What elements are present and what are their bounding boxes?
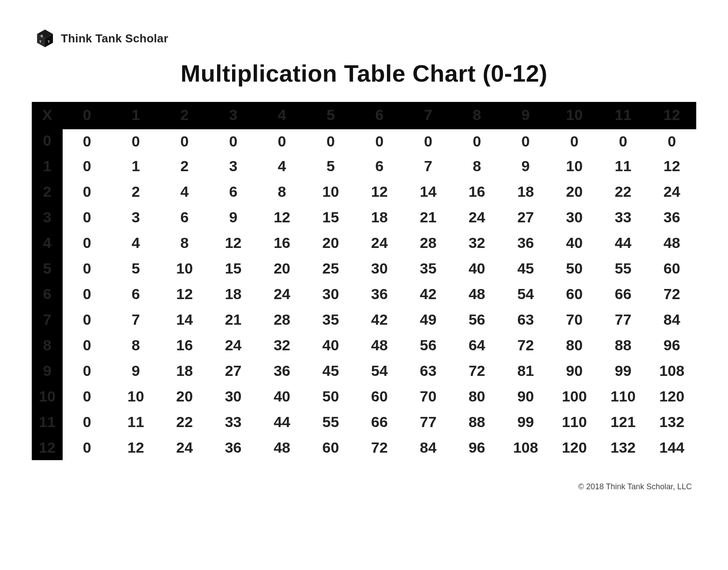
table-cell: 55 (599, 255, 647, 281)
table-cell: 15 (209, 255, 257, 281)
row-header: 6 (32, 281, 63, 307)
table-cell: 0 (63, 128, 111, 153)
row-header: 7 (32, 307, 63, 332)
col-header: 12 (647, 102, 696, 128)
table-cell: 77 (599, 307, 647, 332)
table-cell: 70 (404, 383, 452, 409)
table-cell: 42 (404, 281, 452, 307)
table-cell: 2 (111, 179, 160, 204)
table-cell: 12 (160, 281, 209, 307)
table-cell: 64 (453, 332, 501, 358)
table-cell: 8 (160, 230, 209, 255)
table-cell: 32 (453, 230, 501, 255)
table-cell: 99 (501, 409, 550, 435)
table-cell: 7 (111, 307, 160, 332)
table-cell: 50 (306, 383, 355, 409)
table-cell: 0 (647, 128, 696, 153)
table-cell: 21 (209, 307, 257, 332)
table-cell: 12 (258, 204, 306, 230)
table-cell: 60 (306, 435, 355, 460)
table-cell: 84 (404, 435, 452, 460)
table-cell: 81 (501, 358, 550, 383)
table-cell: 27 (501, 204, 550, 230)
table-cell: 56 (453, 307, 501, 332)
col-header: 10 (550, 102, 599, 128)
row-header: 3 (32, 204, 63, 230)
table-cell: 33 (209, 409, 257, 435)
table-cell: 6 (111, 281, 160, 307)
table-cell: 0 (63, 281, 111, 307)
table-cell: 25 (306, 255, 355, 281)
table-cell: 0 (209, 128, 257, 153)
table-row: 8081624324048566472808896 (32, 332, 696, 358)
corner-cell: X (32, 102, 63, 128)
table-cell: 16 (160, 332, 209, 358)
table-cell: 28 (404, 230, 452, 255)
col-header: 3 (209, 102, 257, 128)
table-cell: 24 (647, 179, 696, 204)
table-cell: 42 (355, 307, 404, 332)
table-cell: 100 (550, 383, 599, 409)
table-cell: 36 (258, 358, 306, 383)
table-cell: 45 (306, 358, 355, 383)
table-cell: 9 (501, 153, 550, 179)
table-header-row: X 0 1 2 3 4 5 6 7 8 9 10 11 12 (32, 102, 696, 128)
table-cell: 70 (550, 307, 599, 332)
table-cell: 72 (453, 358, 501, 383)
table-cell: 20 (160, 383, 209, 409)
col-header: 5 (306, 102, 355, 128)
table-cell: 48 (647, 230, 696, 255)
table-cell: 40 (550, 230, 599, 255)
row-header: 9 (32, 358, 63, 383)
table-cell: 40 (453, 255, 501, 281)
table-cell: 24 (160, 435, 209, 460)
table-cell: 0 (306, 128, 355, 153)
table-cell: 44 (258, 409, 306, 435)
table-cell: 0 (550, 128, 599, 153)
table-cell: 88 (599, 332, 647, 358)
col-header: 11 (599, 102, 647, 128)
table-cell: 3 (209, 153, 257, 179)
table-row: 10123456789101112 (32, 153, 696, 179)
table-cell: 0 (111, 128, 160, 153)
table-cell: 10 (111, 383, 160, 409)
table-cell: 40 (258, 383, 306, 409)
table-cell: 24 (355, 230, 404, 255)
table-cell: 0 (258, 128, 306, 153)
table-cell: 90 (501, 383, 550, 409)
svg-text:S: S (41, 34, 43, 38)
table-cell: 0 (63, 153, 111, 179)
table-cell: 4 (258, 153, 306, 179)
svg-text:T: T (39, 40, 41, 44)
table-cell: 96 (647, 332, 696, 358)
table-cell: 0 (63, 255, 111, 281)
table-cell: 40 (306, 332, 355, 358)
table-cell: 0 (63, 409, 111, 435)
table-cell: 16 (258, 230, 306, 255)
row-header: 0 (32, 128, 63, 153)
table-cell: 110 (599, 383, 647, 409)
table-cell: 84 (647, 307, 696, 332)
table-cell: 108 (647, 358, 696, 383)
table-row: 100102030405060708090100110120 (32, 383, 696, 409)
table-cell: 18 (209, 281, 257, 307)
table-cell: 4 (111, 230, 160, 255)
col-header: 8 (453, 102, 501, 128)
table-cell: 10 (160, 255, 209, 281)
table-cell: 30 (550, 204, 599, 230)
table-row: 110112233445566778899110121132 (32, 409, 696, 435)
table-cell: 6 (209, 179, 257, 204)
table-cell: 36 (501, 230, 550, 255)
table-row: 2024681012141618202224 (32, 179, 696, 204)
table-cell: 54 (355, 358, 404, 383)
table-cell: 9 (111, 358, 160, 383)
row-header: 12 (32, 435, 63, 460)
table-cell: 24 (453, 204, 501, 230)
col-header: 1 (111, 102, 160, 128)
table-cell: 28 (258, 307, 306, 332)
table-cell: 30 (209, 383, 257, 409)
table-cell: 22 (599, 179, 647, 204)
col-header: 4 (258, 102, 306, 128)
table-cell: 10 (306, 179, 355, 204)
table-cell: 66 (599, 281, 647, 307)
